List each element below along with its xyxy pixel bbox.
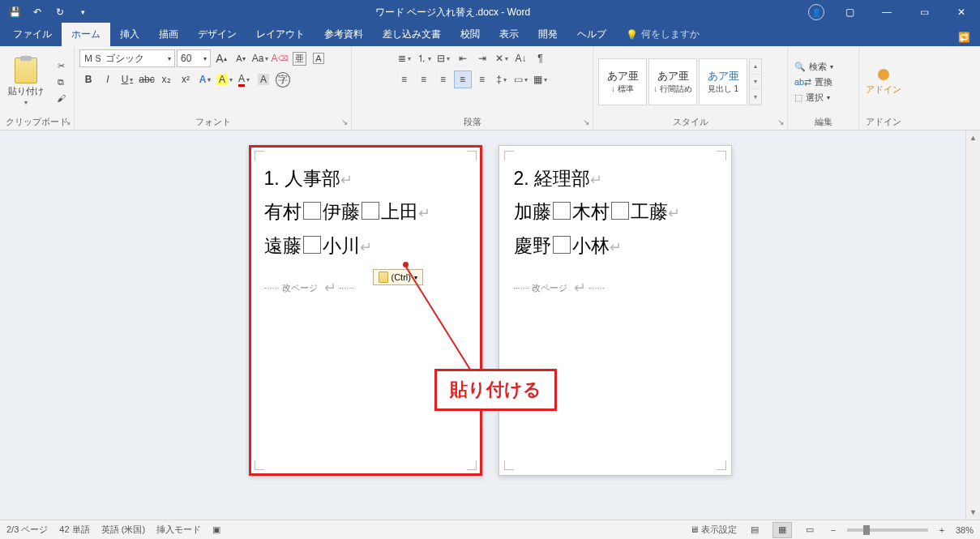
increase-indent-button[interactable]: ⇥	[473, 49, 491, 67]
shading-button[interactable]: ▭	[512, 71, 530, 88]
group-styles-label: スタイル	[673, 116, 708, 128]
paste-button[interactable]: 貼り付け ▾	[5, 56, 47, 108]
find-button[interactable]: 🔍検索▾	[793, 60, 835, 74]
group-font: ＭＳ ゴシック▾ 60▾ A▴ A▾ Aa A⌫ 亜 A B I U abc x…	[75, 46, 352, 130]
phonetic-guide-button[interactable]: 亜	[290, 49, 308, 67]
addin-button[interactable]: アドイン	[864, 69, 903, 96]
ribbon-display-options-icon[interactable]: ▢	[831, 0, 868, 24]
tab-help[interactable]: ヘルプ	[567, 23, 616, 46]
monitor-icon: 🖥	[690, 524, 699, 534]
change-case-button[interactable]: Aa	[251, 49, 269, 67]
subscript-button[interactable]: x₂	[157, 71, 175, 88]
paragraph-launcher-icon[interactable]: ↘	[583, 118, 589, 126]
tell-me-search[interactable]: 💡 何をしますか	[616, 23, 709, 46]
underline-button[interactable]: U	[118, 71, 136, 88]
text-effects-button[interactable]: A	[196, 71, 214, 88]
line-spacing-button[interactable]: ‡	[493, 71, 511, 88]
view-web-layout-icon[interactable]: ▭	[800, 522, 820, 538]
char-shading-button[interactable]: A	[255, 71, 272, 88]
justify-button[interactable]: ≡	[454, 71, 472, 88]
zoom-slider-thumb[interactable]	[863, 525, 870, 535]
clipboard-launcher-icon[interactable]: ↘	[64, 118, 71, 126]
save-icon[interactable]: 💾	[5, 2, 24, 22]
copy-icon[interactable]: ⧉	[53, 75, 68, 89]
align-right-button[interactable]: ≡	[434, 71, 452, 88]
macro-record-icon[interactable]: ▣	[212, 524, 220, 535]
borders-button[interactable]: ▦	[532, 71, 550, 88]
replace-button[interactable]: ab⇄置換	[793, 75, 835, 89]
enclose-char-button[interactable]: 字	[274, 71, 292, 88]
grow-font-button[interactable]: A▴	[212, 49, 230, 67]
sort-button[interactable]: A↓	[512, 49, 530, 67]
minimize-icon[interactable]: —	[868, 0, 905, 24]
style-gallery-scroll[interactable]: ▴▾▾	[749, 58, 762, 105]
close-icon[interactable]: ✕	[943, 0, 980, 24]
italic-button[interactable]: I	[99, 71, 117, 88]
view-read-mode-icon[interactable]: ▤	[745, 522, 764, 538]
zoom-level[interactable]: 38%	[956, 525, 974, 535]
bullets-button[interactable]: ≣	[396, 49, 413, 67]
select-button[interactable]: ⬚選択▾	[793, 91, 835, 105]
vertical-scrollbar[interactable]: ▲ ▼	[965, 130, 980, 520]
style-nospacing[interactable]: あア亜↓ 行間詰め	[648, 58, 697, 105]
tab-review[interactable]: 校閲	[451, 23, 490, 46]
user-avatar-icon[interactable]: 👤	[808, 4, 824, 20]
clear-formatting-button[interactable]: A⌫	[271, 49, 289, 67]
style-normal[interactable]: あア亜↓ 標準	[598, 58, 647, 105]
font-name-combo[interactable]: ＭＳ ゴシック▾	[79, 49, 175, 67]
maximize-icon[interactable]: ▭	[905, 0, 943, 24]
styles-launcher-icon[interactable]: ↘	[777, 118, 784, 126]
redo-icon[interactable]: ↻	[50, 2, 70, 22]
view-print-layout-icon[interactable]: ▦	[772, 522, 792, 538]
tab-references[interactable]: 参考資料	[315, 23, 373, 46]
status-insert-mode[interactable]: 挿入モード	[156, 524, 201, 536]
scroll-track[interactable]	[966, 145, 980, 505]
tab-mailings[interactable]: 差し込み文書	[373, 23, 451, 46]
char-border-button[interactable]: A	[310, 49, 327, 67]
zoom-slider[interactable]	[847, 528, 928, 532]
bold-button[interactable]: B	[79, 71, 97, 88]
scroll-down-icon[interactable]: ▼	[966, 505, 980, 520]
tab-insert[interactable]: 挿入	[110, 23, 149, 46]
undo-icon[interactable]: ↶	[28, 2, 47, 22]
display-settings-button[interactable]: 🖥 表示設定	[690, 524, 737, 536]
status-language[interactable]: 英語 (米国)	[101, 524, 145, 536]
highlight-button[interactable]: A	[216, 71, 233, 88]
asian-layout-button[interactable]: ✕	[493, 49, 511, 67]
tab-file[interactable]: ファイル	[3, 23, 62, 46]
numbering-button[interactable]: ⒈	[415, 49, 433, 67]
tab-developer[interactable]: 開発	[529, 23, 567, 46]
distributed-button[interactable]: ≡	[473, 71, 491, 88]
show-marks-button[interactable]: ¶	[532, 49, 550, 67]
qat-customize-icon[interactable]: ▾	[73, 2, 92, 22]
align-left-button[interactable]: ≡	[396, 71, 413, 88]
font-color-button[interactable]: A	[235, 71, 253, 88]
page-1[interactable]: 1. 人事部↵ 有村伊藤上田↵ 遠藤小川↵ (Ctrl) ▾ 改ページ↵	[249, 145, 482, 476]
scroll-up-icon[interactable]: ▲	[966, 130, 980, 145]
align-center-button[interactable]: ≡	[415, 71, 433, 88]
document-canvas[interactable]: 1. 人事部↵ 有村伊藤上田↵ 遠藤小川↵ (Ctrl) ▾ 改ページ↵ 2. …	[0, 130, 980, 520]
font-size-combo[interactable]: 60▾	[177, 49, 211, 67]
tab-layout[interactable]: レイアウト	[246, 23, 315, 46]
style-gallery[interactable]: あア亜↓ 標準 あア亜↓ 行間詰め あア亜見出し 1 ▴▾▾	[598, 58, 762, 105]
status-words[interactable]: 42 単語	[59, 524, 89, 536]
tab-design[interactable]: デザイン	[188, 23, 246, 46]
share-button[interactable]: 🔁	[948, 32, 980, 46]
tab-draw[interactable]: 描画	[149, 23, 188, 46]
group-editing: 🔍検索▾ ab⇄置換 ⬚選択▾ 編集	[788, 46, 859, 130]
tab-view[interactable]: 表示	[490, 23, 529, 46]
tab-home[interactable]: ホーム	[62, 23, 110, 46]
status-page[interactable]: 2/3 ページ	[6, 524, 48, 536]
shrink-font-button[interactable]: A▾	[232, 49, 250, 67]
decrease-indent-button[interactable]: ⇤	[454, 49, 472, 67]
page-2[interactable]: 2. 経理部↵ 加藤木村工藤↵ 慶野小林↵ 改ページ↵	[499, 145, 732, 476]
font-launcher-icon[interactable]: ↘	[341, 118, 348, 126]
style-heading1[interactable]: あア亜見出し 1	[699, 58, 747, 105]
zoom-in-button[interactable]: +	[936, 525, 948, 535]
zoom-out-button[interactable]: −	[828, 525, 839, 535]
multilevel-list-button[interactable]: ⊟	[434, 49, 452, 67]
cut-icon[interactable]: ✂	[53, 58, 68, 73]
format-painter-icon[interactable]: 🖌	[53, 91, 68, 105]
superscript-button[interactable]: x²	[177, 71, 195, 88]
strikethrough-button[interactable]: abc	[138, 71, 156, 88]
